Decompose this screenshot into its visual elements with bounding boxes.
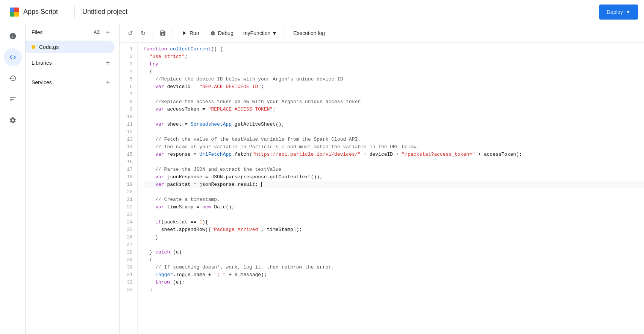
ln-10: 10	[120, 113, 137, 121]
ln-11: 11	[120, 121, 137, 128]
code-line-24: if(packstat == 1){	[144, 219, 644, 226]
debug-icon	[210, 30, 216, 36]
add-file-icon: +	[106, 28, 110, 37]
ln-7: 7	[120, 91, 137, 98]
save-toolbar-group	[157, 27, 169, 39]
debug-button[interactable]: Debug	[205, 28, 238, 38]
svg-marker-0	[10, 8, 14, 12]
code-line-19: var packstat = jsonResponse.result;	[144, 181, 644, 188]
ln-5: 5	[120, 76, 137, 83]
ln-12: 12	[120, 128, 137, 136]
ln-13: 13	[120, 136, 137, 143]
code-line-9: var accessToken = "REPLACE ACCESS TOKEN"…	[144, 106, 644, 113]
undo-button[interactable]: ↺	[124, 27, 136, 39]
libraries-section-header[interactable]: Libraries +	[26, 53, 119, 73]
toolbar-divider-3	[285, 29, 285, 38]
svg-marker-2	[10, 12, 14, 17]
code-line-5: //Replace the device ID below with your …	[144, 76, 644, 83]
code-editor[interactable]: 1 2 3 4 5 6 7 8 9 10 11 12 13 14 15 16 1…	[120, 43, 644, 334]
history-toolbar-group: ↺ ↻	[124, 27, 149, 39]
code-line-10	[144, 113, 644, 121]
ln-32: 32	[120, 279, 137, 286]
services-label: Services	[32, 79, 52, 85]
code-line-14: // The name of your variable in Particle…	[144, 143, 644, 151]
icon-bar	[0, 24, 26, 334]
run-button[interactable]: Run	[177, 28, 204, 38]
run-label: Run	[189, 30, 199, 36]
file-item-code-gs[interactable]: Code.gs	[26, 41, 115, 53]
code-line-26: }	[144, 234, 644, 241]
files-title: Files	[32, 29, 43, 35]
info-nav-item[interactable]	[4, 27, 22, 45]
main-layout: Files AZ + Code.gs Libraries + Serv	[0, 24, 644, 334]
deploy-button[interactable]: Deploy ▼	[599, 5, 638, 20]
deploy-chevron-icon: ▼	[626, 9, 630, 15]
history-icon	[9, 74, 17, 82]
ln-17: 17	[120, 166, 137, 173]
services-section-header[interactable]: Services +	[26, 73, 119, 92]
code-line-22: var timeStamp = new Date();	[144, 203, 644, 211]
code-line-20	[144, 188, 644, 196]
ln-1: 1	[120, 46, 137, 53]
code-line-12	[144, 128, 644, 136]
ln-3: 3	[120, 61, 137, 68]
code-line-29: {	[144, 256, 644, 264]
add-library-icon: +	[106, 59, 110, 67]
ln-29: 29	[120, 256, 137, 264]
toolbar-divider-1	[153, 29, 153, 38]
code-line-4: {	[144, 68, 644, 76]
deploy-label: Deploy	[607, 9, 623, 15]
header: Apps Script Untitled project Deploy ▼	[0, 0, 644, 24]
code-line-6: var deviceID = "REPLACE DEVICEDE ID";	[144, 83, 644, 91]
add-file-button[interactable]: +	[103, 27, 113, 38]
editor-area: ↺ ↻ Run D	[120, 24, 644, 334]
code-line-23	[144, 211, 644, 219]
ln-20: 20	[120, 188, 137, 196]
history-nav-item[interactable]	[4, 69, 22, 87]
debug-label: Debug	[218, 30, 233, 36]
ln-25: 25	[120, 226, 137, 234]
settings-icon	[9, 117, 17, 124]
header-divider	[74, 6, 75, 18]
files-actions: AZ +	[91, 27, 113, 38]
function-chevron-icon: ▼	[272, 30, 277, 36]
code-line-27	[144, 241, 644, 249]
files-toolbar: Files AZ +	[26, 24, 119, 41]
code-line-8: //Replace the access token below with yo…	[144, 98, 644, 106]
save-button[interactable]	[157, 27, 169, 39]
code-line-30: // If something doesn't work, log it, th…	[144, 264, 644, 271]
ln-26: 26	[120, 234, 137, 241]
ln-9: 9	[120, 106, 137, 113]
libraries-label: Libraries	[32, 60, 52, 66]
code-line-1: function collectCurrent() {	[144, 46, 644, 53]
function-label: myFunction	[243, 30, 270, 36]
app-name-label: Apps Script	[23, 8, 58, 16]
code-content[interactable]: function collectCurrent() { "use strict"…	[138, 43, 644, 334]
code-icon	[9, 53, 17, 61]
code-line-2: "use strict";	[144, 53, 644, 61]
function-selector[interactable]: myFunction ▼	[239, 28, 281, 38]
ln-8: 8	[120, 98, 137, 106]
run-icon	[181, 30, 187, 36]
code-line-13: // Fetch the value of the testValue vari…	[144, 136, 644, 143]
code-line-32: throw (e);	[144, 279, 644, 286]
editor-toolbar: ↺ ↻ Run D	[120, 24, 644, 43]
code-line-3: try	[144, 61, 644, 68]
code-line-28: } catch (e)	[144, 249, 644, 256]
file-modified-indicator	[32, 45, 35, 49]
triggers-icon	[9, 96, 17, 103]
settings-nav-item[interactable]	[4, 111, 22, 129]
code-line-18: var jsonResponse = JSON.parse(response.g…	[144, 173, 644, 181]
add-library-button[interactable]: +	[103, 58, 113, 68]
add-service-icon: +	[106, 78, 110, 87]
code-nav-item[interactable]	[4, 48, 22, 66]
sort-files-button[interactable]: AZ	[91, 27, 102, 38]
ln-6: 6	[120, 83, 137, 91]
file-name-label: Code.gs	[39, 44, 59, 50]
redo-button[interactable]: ↻	[137, 27, 149, 39]
ln-30: 30	[120, 264, 137, 271]
code-line-25: sheet.appendRow(["Package Arrived", time…	[144, 226, 644, 234]
execution-log-button[interactable]: Execution log	[289, 28, 329, 38]
triggers-nav-item[interactable]	[4, 90, 22, 108]
add-service-button[interactable]: +	[103, 77, 113, 88]
